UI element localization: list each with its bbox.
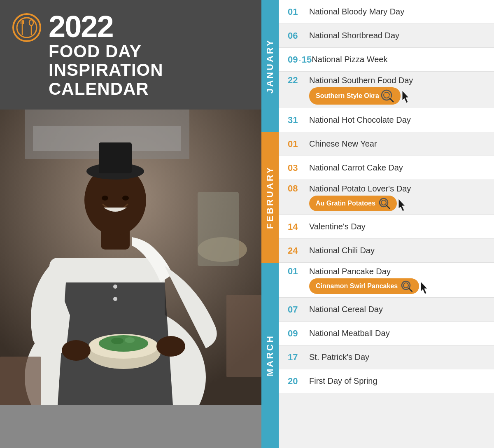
event-day: 03 bbox=[288, 163, 309, 173]
range-dash: - bbox=[298, 56, 301, 63]
event-name: National Chili Day bbox=[309, 246, 485, 255]
logo-icon bbox=[12, 13, 41, 42]
event-name: National Cereal Day bbox=[309, 305, 485, 314]
event-name: National Southern Food Day bbox=[309, 76, 485, 85]
event-name: National Shortbread Day bbox=[309, 31, 485, 40]
event-day: 20 bbox=[288, 376, 309, 387]
february-events: 01 Chinese New Year 03 National Carrot C… bbox=[279, 132, 494, 263]
event-mar-17: 17 St. Patrick's Day bbox=[279, 345, 494, 369]
march-events: 01 National Pancake Day Cinnamon Swirl P… bbox=[279, 263, 494, 448]
event-day: 22 bbox=[288, 75, 309, 86]
svg-point-25 bbox=[125, 337, 135, 343]
arrow-cursor bbox=[397, 198, 408, 212]
event-day: 08 bbox=[288, 183, 309, 194]
event-day: 01 bbox=[288, 266, 309, 277]
svg-line-40 bbox=[409, 288, 412, 292]
svg-point-20 bbox=[122, 196, 129, 201]
badge-row: Southern Style Okra bbox=[288, 87, 485, 105]
svg-point-29 bbox=[113, 297, 117, 301]
svg-rect-18 bbox=[99, 142, 132, 173]
event-jan-31: 31 National Hot Chocolate Day bbox=[279, 108, 494, 132]
event-day: 01 bbox=[288, 139, 309, 149]
header-box: 2022 FOOD DAY INSPIRATION CALENDAR bbox=[0, 0, 261, 110]
event-mar-07: 07 National Cereal Day bbox=[279, 298, 494, 322]
au-gratin-badge[interactable]: Au Gratin Potatoes bbox=[309, 196, 397, 211]
event-feb-14: 14 Valentine's Day bbox=[279, 215, 494, 239]
event-day: 01 bbox=[288, 7, 309, 17]
line2: INSPIRATION bbox=[49, 61, 163, 79]
svg-point-39 bbox=[403, 283, 408, 288]
event-name: National Pizza Week bbox=[312, 55, 485, 64]
event-day: 31 bbox=[288, 115, 309, 126]
southern-okra-badge[interactable]: Southern Style Okra bbox=[309, 87, 401, 105]
right-panel: JANUARY 01 National Bloody Mary Day 06 N… bbox=[261, 0, 494, 448]
svg-point-23 bbox=[99, 335, 148, 352]
event-day: 17 bbox=[288, 352, 309, 363]
svg-point-6 bbox=[29, 20, 33, 26]
left-panel: 2022 FOOD DAY INSPIRATION CALENDAR bbox=[0, 0, 261, 448]
badge-label: Southern Style Okra bbox=[316, 92, 379, 100]
badge-label: Au Gratin Potatoes bbox=[316, 200, 375, 207]
march-section: MARCH 01 National Pancake Day Cinnamon S… bbox=[261, 263, 494, 448]
event-name: National Bloody Mary Day bbox=[309, 7, 485, 16]
cinnamon-swirl-badge[interactable]: Cinnamon Swirl Pancakes bbox=[309, 278, 419, 294]
february-label: FEBRUARY bbox=[261, 132, 279, 263]
january-events: 01 National Bloody Mary Day 06 National … bbox=[279, 0, 494, 132]
event-day: 24 bbox=[288, 245, 309, 256]
svg-point-27 bbox=[156, 336, 185, 357]
event-name: National Pancake Day bbox=[309, 267, 485, 276]
event-name: St. Patrick's Day bbox=[309, 352, 485, 362]
event-feb-01: 01 Chinese New Year bbox=[279, 132, 494, 156]
event-feb-24: 24 National Chili Day bbox=[279, 239, 494, 263]
event-feb-08: 08 National Potato Lover's Day Au Gratin… bbox=[279, 180, 494, 215]
svg-line-37 bbox=[387, 205, 390, 209]
svg-rect-31 bbox=[226, 295, 261, 377]
event-name: Valentine's Day bbox=[309, 222, 485, 231]
cursor-circle-icon bbox=[379, 198, 390, 209]
january-section: JANUARY 01 National Bloody Mary Day 06 N… bbox=[261, 0, 494, 132]
svg-point-1 bbox=[17, 18, 37, 37]
badge-row: Au Gratin Potatoes bbox=[288, 196, 485, 211]
day-start: 09 bbox=[288, 54, 298, 65]
event-name: First Day of Spring bbox=[309, 376, 485, 386]
cursor-circle-icon bbox=[401, 280, 412, 292]
event-mar-01: 01 National Pancake Day Cinnamon Swirl P… bbox=[279, 263, 494, 298]
day-end: 15 bbox=[302, 54, 312, 65]
event-name: Chinese New Year bbox=[309, 139, 485, 149]
cursor-icon bbox=[381, 89, 394, 103]
event-day: 06 bbox=[288, 30, 309, 41]
event-jan-01: 01 National Bloody Mary Day bbox=[279, 0, 494, 24]
svg-point-26 bbox=[62, 340, 91, 361]
event-name: National Carrot Cake Day bbox=[309, 163, 485, 173]
arrow-cursor bbox=[419, 281, 431, 295]
january-label: JANUARY bbox=[261, 0, 279, 132]
event-day: 14 bbox=[288, 222, 309, 232]
event-jan-06: 06 National Shortbread Day bbox=[279, 24, 494, 48]
event-day-range: 09 - 15 bbox=[288, 54, 312, 65]
event-name: National Hot Chocolate Day bbox=[309, 115, 485, 125]
event-day: 09 bbox=[288, 328, 309, 339]
event-feb-03: 03 National Carrot Cake Day bbox=[279, 156, 494, 180]
event-day: 07 bbox=[288, 304, 309, 315]
header-text: 2022 FOOD DAY INSPIRATION CALENDAR bbox=[49, 12, 163, 98]
svg-point-24 bbox=[111, 338, 124, 344]
line1: FOOD DAY bbox=[49, 42, 163, 61]
arrow-cursor bbox=[401, 90, 412, 104]
year: 2022 bbox=[49, 12, 163, 42]
chef-image bbox=[0, 110, 261, 448]
svg-point-19 bbox=[102, 196, 108, 201]
svg-rect-12 bbox=[198, 192, 239, 266]
event-name: National Meatball Day bbox=[309, 329, 485, 338]
event-jan-22: 22 National Southern Food Day Southern S… bbox=[279, 72, 494, 108]
svg-point-28 bbox=[113, 285, 117, 289]
svg-point-36 bbox=[381, 200, 386, 205]
svg-line-34 bbox=[390, 98, 393, 102]
svg-rect-30 bbox=[0, 357, 41, 405]
line3: CALENDAR bbox=[49, 79, 163, 98]
march-label: MARCH bbox=[261, 263, 279, 448]
event-name: National Potato Lover's Day bbox=[309, 184, 485, 194]
event-jan-09-15: 09 - 15 National Pizza Week bbox=[279, 48, 494, 72]
event-mar-09: 09 National Meatball Day bbox=[279, 322, 494, 345]
february-section: FEBRUARY 01 Chinese New Year 03 National… bbox=[261, 132, 494, 263]
event-mar-20: 20 First Day of Spring bbox=[279, 369, 494, 393]
